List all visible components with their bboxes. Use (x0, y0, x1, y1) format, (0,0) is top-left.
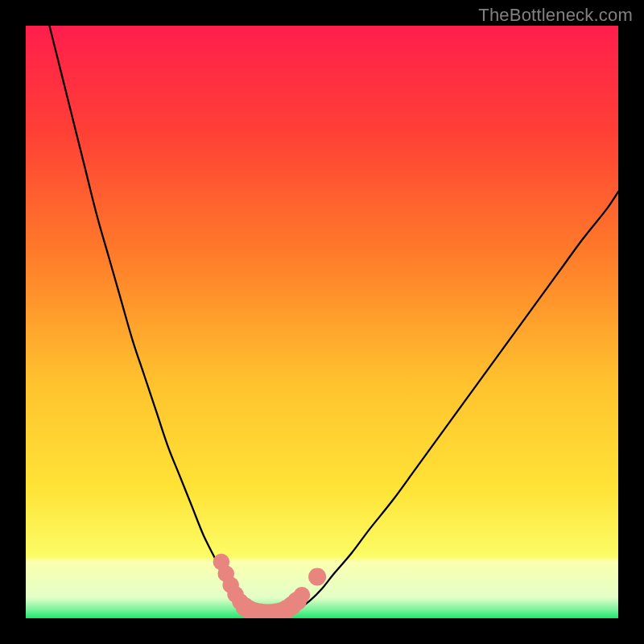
watermark-text: TheBottleneck.com (478, 5, 633, 26)
chart-plot (26, 26, 618, 618)
chart-background (26, 26, 618, 618)
chart-svg (26, 26, 618, 618)
marker-dot (308, 568, 326, 585)
chart-frame: TheBottleneck.com (0, 0, 644, 644)
marker-dot (294, 587, 311, 604)
